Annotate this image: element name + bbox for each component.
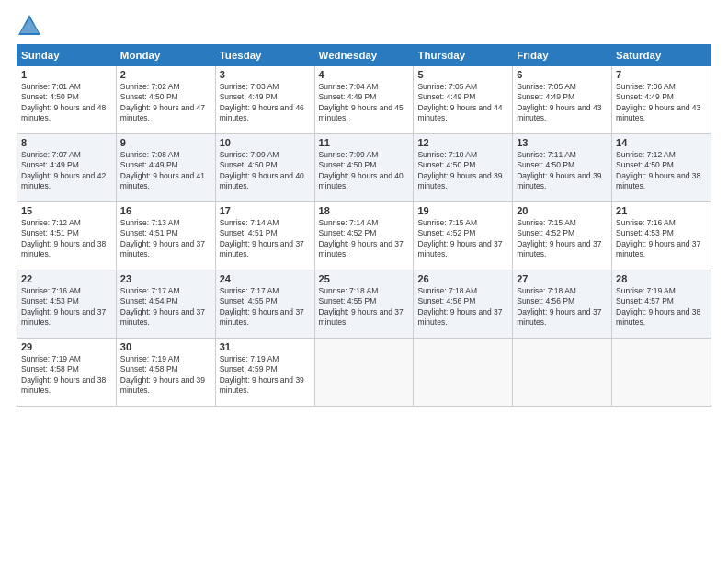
- day-number: 17: [220, 205, 311, 216]
- calendar-week-row: 8Sunrise: 7:07 AMSunset: 4:49 PMDaylight…: [17, 134, 711, 202]
- calendar-body: 1Sunrise: 7:01 AMSunset: 4:50 PMDaylight…: [17, 66, 711, 407]
- header: [17, 9, 711, 39]
- logo: [17, 13, 46, 39]
- day-number: 9: [120, 137, 211, 148]
- header-day: Monday: [116, 45, 215, 66]
- cell-content: Sunrise: 7:06 AMSunset: 4:49 PMDaylight:…: [616, 82, 707, 124]
- day-number: 3: [220, 69, 311, 80]
- calendar-cell: [314, 339, 414, 407]
- calendar-cell: [612, 339, 711, 407]
- svg-marker-1: [20, 18, 39, 33]
- calendar-cell: 5Sunrise: 7:05 AMSunset: 4:49 PMDaylight…: [414, 66, 513, 134]
- calendar-cell: 22Sunrise: 7:16 AMSunset: 4:53 PMDayligh…: [17, 270, 117, 339]
- calendar-cell: 27Sunrise: 7:18 AMSunset: 4:56 PMDayligh…: [513, 270, 612, 339]
- day-number: 28: [616, 273, 707, 284]
- cell-content: Sunrise: 7:05 AMSunset: 4:49 PMDaylight:…: [517, 82, 608, 124]
- cell-content: Sunrise: 7:16 AMSunset: 4:53 PMDaylight:…: [616, 218, 707, 260]
- day-number: 22: [21, 273, 112, 284]
- cell-content: Sunrise: 7:17 AMSunset: 4:55 PMDaylight:…: [220, 286, 311, 328]
- cell-content: Sunrise: 7:15 AMSunset: 4:52 PMDaylight:…: [417, 218, 508, 260]
- day-number: 21: [616, 205, 707, 216]
- calendar-cell: 25Sunrise: 7:18 AMSunset: 4:55 PMDayligh…: [314, 270, 414, 339]
- day-number: 27: [517, 273, 608, 284]
- cell-content: Sunrise: 7:19 AMSunset: 4:58 PMDaylight:…: [21, 354, 112, 396]
- calendar-cell: [513, 339, 612, 407]
- calendar-cell: 13Sunrise: 7:11 AMSunset: 4:50 PMDayligh…: [513, 134, 612, 202]
- day-number: 31: [220, 341, 311, 352]
- day-number: 23: [120, 273, 211, 284]
- day-number: 24: [220, 273, 311, 284]
- day-number: 19: [417, 205, 508, 216]
- calendar-week-row: 29Sunrise: 7:19 AMSunset: 4:58 PMDayligh…: [17, 339, 711, 407]
- header-day: Tuesday: [215, 45, 314, 66]
- cell-content: Sunrise: 7:18 AMSunset: 4:56 PMDaylight:…: [517, 286, 608, 328]
- cell-content: Sunrise: 7:19 AMSunset: 4:58 PMDaylight:…: [120, 354, 211, 396]
- day-number: 18: [319, 205, 410, 216]
- day-number: 4: [319, 69, 410, 80]
- day-number: 10: [220, 137, 311, 148]
- calendar-week-row: 22Sunrise: 7:16 AMSunset: 4:53 PMDayligh…: [17, 270, 711, 339]
- day-number: 26: [417, 273, 508, 284]
- calendar-cell: 30Sunrise: 7:19 AMSunset: 4:58 PMDayligh…: [116, 339, 215, 407]
- calendar-cell: 23Sunrise: 7:17 AMSunset: 4:54 PMDayligh…: [116, 270, 215, 339]
- day-number: 2: [120, 69, 211, 80]
- calendar-cell: 3Sunrise: 7:03 AMSunset: 4:49 PMDaylight…: [215, 66, 314, 134]
- calendar-cell: 26Sunrise: 7:18 AMSunset: 4:56 PMDayligh…: [414, 270, 513, 339]
- calendar-cell: 19Sunrise: 7:15 AMSunset: 4:52 PMDayligh…: [414, 202, 513, 270]
- cell-content: Sunrise: 7:03 AMSunset: 4:49 PMDaylight:…: [220, 82, 311, 124]
- day-number: 16: [120, 205, 211, 216]
- header-day: Sunday: [17, 45, 117, 66]
- calendar-cell: 20Sunrise: 7:15 AMSunset: 4:52 PMDayligh…: [513, 202, 612, 270]
- calendar-header: SundayMondayTuesdayWednesdayThursdayFrid…: [17, 45, 711, 66]
- calendar-cell: 14Sunrise: 7:12 AMSunset: 4:50 PMDayligh…: [612, 134, 711, 202]
- header-day: Saturday: [612, 45, 711, 66]
- day-number: 8: [21, 137, 112, 148]
- cell-content: Sunrise: 7:09 AMSunset: 4:50 PMDaylight:…: [319, 150, 410, 192]
- cell-content: Sunrise: 7:04 AMSunset: 4:49 PMDaylight:…: [319, 82, 410, 124]
- calendar-cell: 9Sunrise: 7:08 AMSunset: 4:49 PMDaylight…: [116, 134, 215, 202]
- calendar-cell: 11Sunrise: 7:09 AMSunset: 4:50 PMDayligh…: [314, 134, 414, 202]
- day-number: 11: [319, 137, 410, 148]
- day-number: 14: [616, 137, 707, 148]
- header-row: SundayMondayTuesdayWednesdayThursdayFrid…: [17, 45, 711, 66]
- cell-content: Sunrise: 7:14 AMSunset: 4:52 PMDaylight:…: [319, 218, 410, 260]
- cell-content: Sunrise: 7:19 AMSunset: 4:57 PMDaylight:…: [616, 286, 707, 328]
- calendar-cell: 1Sunrise: 7:01 AMSunset: 4:50 PMDaylight…: [17, 66, 117, 134]
- logo-icon: [17, 13, 42, 39]
- calendar-cell: 4Sunrise: 7:04 AMSunset: 4:49 PMDaylight…: [314, 66, 414, 134]
- calendar-cell: 29Sunrise: 7:19 AMSunset: 4:58 PMDayligh…: [17, 339, 117, 407]
- calendar-cell: 6Sunrise: 7:05 AMSunset: 4:49 PMDaylight…: [513, 66, 612, 134]
- calendar-cell: 28Sunrise: 7:19 AMSunset: 4:57 PMDayligh…: [612, 270, 711, 339]
- cell-content: Sunrise: 7:17 AMSunset: 4:54 PMDaylight:…: [120, 286, 211, 328]
- cell-content: Sunrise: 7:01 AMSunset: 4:50 PMDaylight:…: [21, 82, 112, 124]
- calendar-cell: 16Sunrise: 7:13 AMSunset: 4:51 PMDayligh…: [116, 202, 215, 270]
- day-number: 30: [120, 341, 211, 352]
- calendar-cell: 8Sunrise: 7:07 AMSunset: 4:49 PMDaylight…: [17, 134, 117, 202]
- calendar-cell: [414, 339, 513, 407]
- cell-content: Sunrise: 7:12 AMSunset: 4:51 PMDaylight:…: [21, 218, 112, 260]
- cell-content: Sunrise: 7:02 AMSunset: 4:50 PMDaylight:…: [120, 82, 211, 124]
- cell-content: Sunrise: 7:07 AMSunset: 4:49 PMDaylight:…: [21, 150, 112, 192]
- header-day: Friday: [513, 45, 612, 66]
- calendar-cell: 7Sunrise: 7:06 AMSunset: 4:49 PMDaylight…: [612, 66, 711, 134]
- header-day: Wednesday: [314, 45, 414, 66]
- cell-content: Sunrise: 7:10 AMSunset: 4:50 PMDaylight:…: [417, 150, 508, 192]
- cell-content: Sunrise: 7:18 AMSunset: 4:56 PMDaylight:…: [417, 286, 508, 328]
- cell-content: Sunrise: 7:12 AMSunset: 4:50 PMDaylight:…: [616, 150, 707, 192]
- cell-content: Sunrise: 7:09 AMSunset: 4:50 PMDaylight:…: [220, 150, 311, 192]
- header-day: Thursday: [414, 45, 513, 66]
- calendar-cell: 17Sunrise: 7:14 AMSunset: 4:51 PMDayligh…: [215, 202, 314, 270]
- day-number: 7: [616, 69, 707, 80]
- cell-content: Sunrise: 7:13 AMSunset: 4:51 PMDaylight:…: [120, 218, 211, 260]
- calendar-table: SundayMondayTuesdayWednesdayThursdayFrid…: [17, 44, 711, 407]
- day-number: 15: [21, 205, 112, 216]
- day-number: 6: [517, 69, 608, 80]
- calendar-cell: 2Sunrise: 7:02 AMSunset: 4:50 PMDaylight…: [116, 66, 215, 134]
- calendar-cell: 12Sunrise: 7:10 AMSunset: 4:50 PMDayligh…: [414, 134, 513, 202]
- calendar-cell: 24Sunrise: 7:17 AMSunset: 4:55 PMDayligh…: [215, 270, 314, 339]
- cell-content: Sunrise: 7:14 AMSunset: 4:51 PMDaylight:…: [220, 218, 311, 260]
- calendar-week-row: 15Sunrise: 7:12 AMSunset: 4:51 PMDayligh…: [17, 202, 711, 270]
- calendar-page: SundayMondayTuesdayWednesdayThursdayFrid…: [0, 0, 728, 563]
- cell-content: Sunrise: 7:19 AMSunset: 4:59 PMDaylight:…: [220, 354, 311, 396]
- calendar-week-row: 1Sunrise: 7:01 AMSunset: 4:50 PMDaylight…: [17, 66, 711, 134]
